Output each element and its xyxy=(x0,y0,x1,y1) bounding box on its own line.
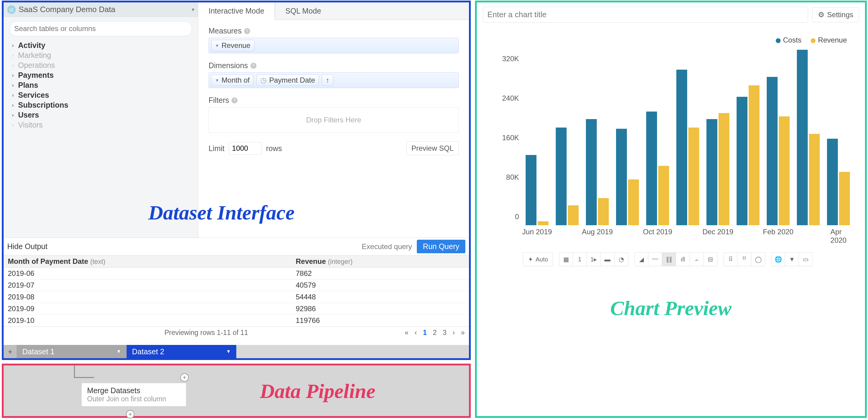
settings-button[interactable]: ⚙Settings xyxy=(812,7,859,22)
chart-type-scatter[interactable]: ⠿ xyxy=(724,252,738,266)
chart-type-gauge[interactable]: 1▸ xyxy=(587,252,601,266)
pager-item[interactable]: » xyxy=(461,329,465,337)
table-row[interactable]: 2019-0854448 xyxy=(4,291,469,303)
chart-type-cohort[interactable]: ▼ xyxy=(785,252,799,266)
bar-costs[interactable] xyxy=(616,129,627,225)
help-icon[interactable]: ? xyxy=(231,97,238,103)
x-tick: Jun 2019 xyxy=(522,228,552,236)
tab-sql-mode[interactable]: SQL Mode xyxy=(275,2,332,20)
chart-type-spark-bar[interactable]: ıll xyxy=(676,252,690,266)
pager-item[interactable]: « xyxy=(405,329,409,337)
chart-type-pie[interactable]: ◔ xyxy=(615,252,628,266)
gauge-icon: 1▸ xyxy=(590,256,597,263)
chart-type-single-value[interactable]: 1 xyxy=(573,252,587,266)
table-row[interactable]: 2019-10119766 xyxy=(4,315,469,327)
legend-swatch-revenue xyxy=(811,38,815,43)
measures-row[interactable]: ▼Revenue xyxy=(209,38,459,53)
bar-costs[interactable] xyxy=(646,112,657,225)
col-header-month[interactable]: Month of Payment Date (text) xyxy=(4,256,291,268)
data-pipeline-annotation: Data Pipeline xyxy=(260,379,375,403)
bar-costs[interactable] xyxy=(586,119,597,225)
bar-costs[interactable] xyxy=(827,139,838,225)
run-query-button[interactable]: Run Query xyxy=(417,240,465,253)
datasource-selector[interactable]: ◎ SaaS Company Demo Data ▾ xyxy=(4,2,198,17)
tree-item-activity[interactable]: ›Activity xyxy=(12,40,193,50)
bar-revenue[interactable] xyxy=(809,134,820,225)
chart-legend: Costs Revenue xyxy=(477,27,865,47)
table-row[interactable]: 2019-0740579 xyxy=(4,279,469,291)
chart-type-funnel[interactable]: ▬ xyxy=(601,252,615,266)
chart-type-bar[interactable]: ∥∥ xyxy=(662,252,676,266)
chart-type-custom[interactable]: ▭ xyxy=(799,252,813,266)
table-row[interactable]: 2019-067862 xyxy=(4,268,469,279)
pager-item[interactable]: 2 xyxy=(433,329,437,337)
dataset-tab-2[interactable]: Dataset 2▼ xyxy=(127,345,236,358)
hide-output-button[interactable]: Hide Output xyxy=(7,242,47,251)
sort-direction-pill[interactable]: ↑ xyxy=(322,74,333,86)
bar-revenue[interactable] xyxy=(688,127,699,226)
table-row[interactable]: 2019-0992986 xyxy=(4,303,469,315)
tab-interactive-mode[interactable]: Interactive Mode xyxy=(198,2,275,20)
auto-chart-button[interactable]: ✦Auto xyxy=(523,252,553,266)
bar-revenue[interactable] xyxy=(598,198,609,225)
chart-type-combo[interactable]: ⫠ xyxy=(690,252,704,266)
pager-item[interactable]: ‹ xyxy=(414,329,417,337)
chart-type-map[interactable]: 🌐 xyxy=(771,252,785,266)
bar-costs[interactable] xyxy=(767,77,778,225)
chevron-right-icon: › xyxy=(12,93,18,98)
chart-type-heatmap[interactable]: ◯ xyxy=(751,252,765,266)
tree-item-subscriptions[interactable]: ›Subscriptions xyxy=(12,100,193,110)
search-input[interactable] xyxy=(10,21,192,36)
tree-item-payments[interactable]: ›Payments xyxy=(12,70,193,80)
dimensions-row[interactable]: ▼Month of ◷Payment Date ↑ xyxy=(209,72,459,88)
bar-costs[interactable] xyxy=(526,155,536,225)
pager-item[interactable]: 1 xyxy=(423,329,427,337)
chart-type-boxplot[interactable]: ⊟ xyxy=(704,252,718,266)
tree-item-services[interactable]: ›Services xyxy=(12,90,193,100)
chart-type-area[interactable]: ◢ xyxy=(634,252,648,266)
pipeline-add-node[interactable]: + xyxy=(126,410,134,419)
bar-revenue[interactable] xyxy=(749,85,760,225)
preview-sql-button[interactable]: Preview SQL xyxy=(406,142,459,155)
chart-title-input[interactable] xyxy=(483,7,808,23)
merge-title: Merge Datasets xyxy=(87,386,181,395)
bar-revenue[interactable] xyxy=(568,205,579,225)
bar-revenue[interactable] xyxy=(718,113,730,225)
bar-revenue[interactable] xyxy=(779,116,789,225)
x-tick: Oct 2019 xyxy=(643,228,672,236)
pager-item[interactable]: › xyxy=(453,329,455,337)
bar-costs[interactable] xyxy=(676,70,687,225)
chart-type-bubble[interactable]: ⠛ xyxy=(738,252,751,266)
tree-item-plans[interactable]: ›Plans xyxy=(12,80,193,90)
pipeline-add-node[interactable]: + xyxy=(180,373,189,382)
tree-item-users[interactable]: ›Users xyxy=(12,110,193,120)
dimension-pill-month[interactable]: ▼Month of xyxy=(211,74,253,86)
dimension-pill-payment-date[interactable]: ◷Payment Date xyxy=(256,74,319,86)
tree-item-marketing[interactable]: ›Marketing xyxy=(12,50,193,60)
pager-item[interactable]: 3 xyxy=(443,329,447,337)
bar-revenue[interactable] xyxy=(839,172,850,225)
bar-costs[interactable] xyxy=(556,127,567,226)
tree-item-visitors[interactable]: ›Visitors xyxy=(12,120,193,130)
col-header-revenue[interactable]: Revenue (integer) xyxy=(291,256,469,268)
chart-type-table[interactable]: ▦ xyxy=(559,252,573,266)
help-icon[interactable]: ? xyxy=(250,63,256,69)
limit-input[interactable] xyxy=(229,142,262,155)
bar-revenue[interactable] xyxy=(628,179,639,225)
measure-pill-revenue[interactable]: ▼Revenue xyxy=(211,40,254,51)
bar-costs[interactable] xyxy=(797,50,808,225)
add-dataset-button[interactable]: + xyxy=(4,345,17,358)
help-icon[interactable]: ? xyxy=(244,28,250,34)
filters-dropzone[interactable]: Drop Filters Here xyxy=(209,107,459,133)
y-tick: 240K xyxy=(502,94,519,102)
bar-revenue[interactable] xyxy=(658,166,669,225)
bar-costs[interactable] xyxy=(707,119,717,225)
bar-costs[interactable] xyxy=(737,97,747,225)
chart-type-line[interactable]: 〰 xyxy=(648,252,662,266)
chevron-right-icon: › xyxy=(12,73,18,78)
tree-item-operations[interactable]: ›Operations xyxy=(12,60,193,70)
dataset-tab-1[interactable]: Dataset 1▼ xyxy=(17,345,127,358)
merge-datasets-node[interactable]: Merge Datasets Outer Join on first colum… xyxy=(82,383,186,407)
chevron-down-icon: ▾ xyxy=(192,6,194,13)
bar-revenue[interactable] xyxy=(538,221,549,225)
